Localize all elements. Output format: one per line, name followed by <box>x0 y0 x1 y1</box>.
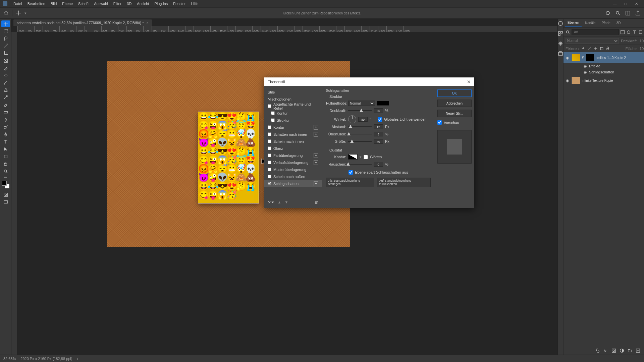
layer-mask-thumbnail[interactable] <box>586 54 594 61</box>
menu-fenster[interactable]: Fenster <box>170 0 188 7</box>
cancel-button[interactable]: Abbrechen <box>437 100 472 107</box>
layer-thumbnail[interactable] <box>572 54 580 61</box>
lock-paint-icon[interactable] <box>588 47 592 51</box>
menu-bild[interactable]: Bild <box>48 0 59 7</box>
noise-slider[interactable] <box>348 162 372 167</box>
menu-hilfe[interactable]: Hilfe <box>188 0 201 7</box>
layer-thumbnail[interactable] <box>572 77 580 84</box>
make-default-button[interactable]: Als Standardeinstellung festlegen <box>326 178 374 187</box>
menu-ansicht[interactable]: Ansicht <box>134 0 152 7</box>
style-checkbox[interactable] <box>268 154 271 157</box>
panel-tab-ebenen[interactable]: Ebenen <box>565 19 582 26</box>
contour-picker[interactable] <box>348 154 358 160</box>
style-checkbox[interactable] <box>268 139 271 143</box>
libraries-panel-icon[interactable] <box>558 51 563 56</box>
zoom-tool[interactable] <box>1 168 10 175</box>
global-light-checkbox[interactable] <box>378 117 382 122</box>
style-item[interactable]: Farbüberlagerung+ <box>264 152 322 159</box>
path-select-tool[interactable] <box>1 146 10 153</box>
menu-3d[interactable]: 3D <box>124 0 134 7</box>
add-style-icon[interactable]: + <box>314 160 318 165</box>
cloud-icon[interactable] <box>605 10 610 16</box>
group-layers-icon[interactable] <box>628 348 632 353</box>
style-checkbox[interactable] <box>268 132 271 136</box>
ok-button[interactable]: OK <box>437 89 472 97</box>
layer-effects-header[interactable]: ◉Effekte <box>564 63 644 69</box>
window-maximize[interactable]: □ <box>621 1 631 6</box>
color-panel-icon[interactable] <box>558 21 563 26</box>
new-layer-icon[interactable] <box>636 348 640 353</box>
style-item[interactable]: Mischoptionen <box>264 96 322 103</box>
visibility-icon[interactable]: ◉ <box>565 56 570 60</box>
move-tool[interactable] <box>1 20 10 27</box>
filter-type-shape-icon[interactable] <box>638 30 643 35</box>
layer-filter-input[interactable] <box>572 29 619 35</box>
style-item[interactable]: Musterüberlagerung <box>264 166 322 173</box>
antialias-checkbox[interactable] <box>364 155 368 159</box>
new-style-button[interactable]: Neuer Stil... <box>437 110 472 117</box>
lasso-tool[interactable] <box>1 35 10 42</box>
panel-tab-3d[interactable]: 3D <box>614 20 624 26</box>
move-tool-icon[interactable] <box>16 10 21 16</box>
style-item[interactable]: Verlaufsüberlagerung+ <box>264 159 322 166</box>
angle-value[interactable]: 89 <box>358 117 368 122</box>
blur-tool[interactable] <box>1 116 10 123</box>
menu-filter[interactable]: Filter <box>111 0 124 7</box>
home-icon[interactable] <box>3 11 9 15</box>
zoom-level[interactable]: 32,63% <box>3 357 16 361</box>
opacity-value[interactable]: 100% <box>640 39 644 43</box>
menu-datei[interactable]: Datei <box>11 0 25 7</box>
history-brush-tool[interactable] <box>1 94 10 101</box>
canvas-image-layer[interactable] <box>198 112 259 203</box>
blend-mode-select[interactable]: Normal <box>348 101 375 106</box>
menu-plug-ins[interactable]: Plug-ins <box>152 0 170 7</box>
knockout-checkbox[interactable] <box>348 170 353 175</box>
style-item[interactable]: Struktur <box>264 117 322 124</box>
adjustments-panel-icon[interactable] <box>558 41 563 46</box>
fx-menu-icon[interactable]: fx⏷ <box>268 200 274 204</box>
link-layers-icon[interactable] <box>595 348 600 353</box>
lock-nest-icon[interactable] <box>600 47 604 51</box>
opacity-value[interactable]: 56 <box>374 108 383 113</box>
filter-type-adjust-icon[interactable] <box>626 30 631 35</box>
dialog-close-icon[interactable]: ✕ <box>467 79 471 84</box>
blend-mode-select[interactable]: Normal <box>566 38 619 44</box>
distance-slider[interactable] <box>348 124 372 129</box>
layer-name[interactable]: Infinite Texture Kopie <box>582 79 644 82</box>
layer-row[interactable]: ◉ ⎘ smilies-1...0 Kopie 2 fx ▾ <box>564 52 644 63</box>
brush-tool[interactable] <box>1 79 10 86</box>
lock-position-icon[interactable] <box>594 47 598 51</box>
style-checkbox[interactable] <box>268 182 271 185</box>
fill-value[interactable]: 100% <box>640 47 644 51</box>
menu-ebene[interactable]: Ebene <box>59 0 75 7</box>
document-tab[interactable]: schatten erstellen.psdc bei 32,6% (smili… <box>13 19 152 26</box>
lock-transparency-icon[interactable] <box>582 47 586 51</box>
dialog-titlebar[interactable]: Ebenenstil ✕ <box>264 77 474 86</box>
angle-dial[interactable] <box>348 115 356 123</box>
document-info[interactable]: 2920 Px x 2160 Px (182,88 ppi) <box>20 357 72 361</box>
style-item[interactable]: Glanz <box>264 145 322 152</box>
heal-tool[interactable] <box>1 72 10 79</box>
trash-icon[interactable]: 🗑 <box>315 200 318 204</box>
style-checkbox[interactable] <box>268 175 271 178</box>
status-chevron-icon[interactable]: › <box>77 357 78 361</box>
style-item[interactable]: Schein nach außen <box>264 173 322 180</box>
layer-fx-icon[interactable]: fx <box>603 348 608 353</box>
share-icon[interactable] <box>635 10 641 16</box>
color-swatch[interactable] <box>2 181 9 188</box>
menu-auswahl[interactable]: Auswahl <box>91 0 111 7</box>
style-item[interactable]: Schatten nach innen+ <box>264 131 322 138</box>
spread-value[interactable]: 3 <box>374 132 383 136</box>
dodge-tool[interactable] <box>1 124 10 130</box>
style-item[interactable]: Schein nach innen <box>264 138 322 145</box>
eraser-tool[interactable] <box>1 102 10 108</box>
style-up-icon[interactable]: ▲ <box>278 200 281 204</box>
layer-effect-item[interactable]: ◉Schlagschatten <box>564 69 644 75</box>
opacity-slider[interactable] <box>348 108 372 113</box>
panel-tab-kanäle[interactable]: Kanäle <box>582 20 598 26</box>
style-checkbox[interactable] <box>268 161 271 164</box>
gradient-tool[interactable] <box>1 109 10 116</box>
window-minimize[interactable]: — <box>610 1 620 6</box>
lock-all-icon[interactable] <box>606 47 610 51</box>
style-checkbox[interactable] <box>268 104 271 108</box>
